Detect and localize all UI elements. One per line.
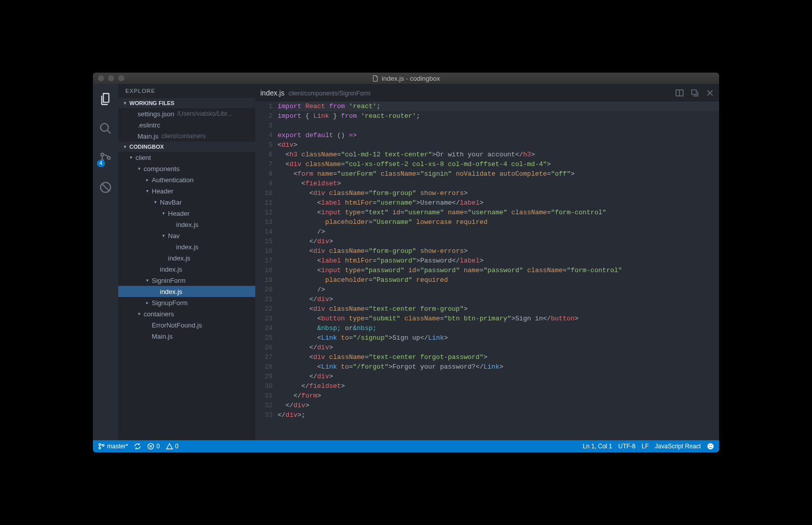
- tree-item[interactable]: ▾Header: [118, 185, 255, 196]
- tree-item[interactable]: ▾Header: [118, 208, 255, 219]
- titlebar: index.js - codingbox: [93, 73, 719, 84]
- line-number: 8: [255, 169, 273, 179]
- file-tree: ▾client▾components▸Authentication▾Header…: [118, 152, 255, 342]
- encoding-status[interactable]: UTF-8: [618, 443, 635, 450]
- tree-item[interactable]: ▾containers: [118, 308, 255, 319]
- tree-item[interactable]: ▾components: [118, 163, 255, 174]
- twisty-icon: ▸: [145, 177, 150, 182]
- code-line[interactable]: </div>: [278, 237, 719, 246]
- split-editor-icon[interactable]: [675, 89, 684, 97]
- code-line[interactable]: </form>: [278, 391, 719, 401]
- tree-item[interactable]: ▾SigninForm: [118, 275, 255, 286]
- twisty-icon: ▾: [145, 188, 150, 193]
- source-control-tab[interactable]: 4: [93, 148, 118, 168]
- tree-item[interactable]: Main.js: [118, 331, 255, 342]
- tree-item[interactable]: index.js: [118, 286, 255, 297]
- sidebar-title: EXPLORE: [118, 84, 255, 98]
- twisty-icon: ▾: [145, 278, 150, 283]
- code-line[interactable]: </div>: [278, 294, 719, 304]
- code-line[interactable]: <Link to="/forgot">Forgot your password?…: [278, 362, 719, 372]
- code-line[interactable]: />: [278, 285, 719, 294]
- errors-status[interactable]: 0: [147, 443, 160, 450]
- code-line[interactable]: placeholder="Username" lowercase require…: [278, 217, 719, 227]
- line-number: 21: [255, 294, 273, 304]
- cursor-position[interactable]: Ln 1, Col 1: [583, 443, 612, 450]
- svg-point-13: [711, 445, 712, 446]
- code-line[interactable]: import { Link } from 'react-router';: [278, 111, 719, 121]
- search-tab[interactable]: [93, 118, 118, 139]
- code-line[interactable]: </div>: [278, 343, 719, 352]
- file-name: .eslintrc: [138, 121, 160, 129]
- code-line[interactable]: <button type="submit" className="btn btn…: [278, 314, 719, 323]
- project-header[interactable]: ▾ CODINGBOX: [118, 142, 255, 152]
- line-number: 17: [255, 256, 273, 266]
- git-branch-status[interactable]: master*: [98, 443, 128, 450]
- tree-item[interactable]: ▾NavBar: [118, 196, 255, 208]
- code-line[interactable]: <div>: [278, 140, 719, 150]
- tree-item[interactable]: ▾Nav: [118, 230, 255, 241]
- code-line[interactable]: <label htmlFor="password">Password</labe…: [278, 256, 719, 266]
- tree-item[interactable]: index.js: [118, 241, 255, 252]
- code-content[interactable]: import React from 'react';import { Link …: [278, 102, 719, 440]
- twisty-icon: ▾: [161, 233, 166, 238]
- close-window-button[interactable]: [98, 75, 104, 81]
- working-files-header[interactable]: ▾ WORKING FILES: [118, 98, 255, 108]
- line-gutter: 1234567891011121314151617181920212223242…: [255, 102, 278, 440]
- code-line[interactable]: <input type="password" id="password" nam…: [278, 266, 719, 275]
- tree-item[interactable]: index.js: [118, 252, 255, 264]
- more-icon[interactable]: [691, 89, 699, 97]
- close-icon[interactable]: [706, 89, 714, 97]
- tree-item-label: Header: [152, 187, 174, 195]
- tree-item[interactable]: ▸SignupForm: [118, 297, 255, 308]
- working-file-item[interactable]: settings.json/Users/viatsko/Libr...: [118, 108, 255, 119]
- chevron-down-icon: ▾: [122, 101, 127, 106]
- language-mode[interactable]: JavaScript React: [655, 443, 701, 450]
- code-line[interactable]: <div className="text-center form-group">: [278, 304, 719, 314]
- code-line[interactable]: <div className="text-center forgot-passw…: [278, 352, 719, 362]
- code-line[interactable]: <div className="form-group" show-errors>: [278, 246, 719, 256]
- code-line[interactable]: import React from 'react';: [278, 102, 719, 111]
- working-file-item[interactable]: Main.jsclient/containers: [118, 130, 255, 142]
- minimize-window-button[interactable]: [108, 75, 114, 81]
- code-line[interactable]: </div>: [278, 372, 719, 381]
- code-line[interactable]: </div>;: [278, 410, 719, 420]
- code-line[interactable]: <div className="col-xs-offset-2 col-xs-8…: [278, 159, 719, 169]
- tree-item[interactable]: ▾client: [118, 152, 255, 163]
- explorer-tab[interactable]: [93, 89, 118, 109]
- code-line[interactable]: [278, 121, 719, 130]
- code-line[interactable]: placeholder="Password" required: [278, 275, 719, 285]
- warnings-status[interactable]: 0: [166, 443, 179, 450]
- code-line[interactable]: <form name="userForm" className="signin"…: [278, 169, 719, 179]
- line-number: 14: [255, 227, 273, 237]
- code-line[interactable]: &nbsp; or&nbsp;: [278, 323, 719, 333]
- feedback-button[interactable]: [707, 443, 714, 450]
- tree-item[interactable]: index.js: [118, 219, 255, 230]
- code-line[interactable]: />: [278, 227, 719, 237]
- code-editor[interactable]: 1234567891011121314151617181920212223242…: [255, 102, 719, 440]
- code-line[interactable]: <Link to="/signup">Sign up</Link>: [278, 333, 719, 343]
- file-name: Main.js: [138, 133, 158, 140]
- tree-item-label: index.js: [176, 221, 198, 228]
- tree-item-label: SigninForm: [152, 277, 185, 284]
- tab-bar: index.js client/components/SigninForm: [255, 84, 719, 102]
- code-line[interactable]: <label htmlFor="username">Username</labe…: [278, 198, 719, 208]
- code-line[interactable]: </div>: [278, 401, 719, 410]
- error-icon: [147, 443, 154, 450]
- tree-item[interactable]: index.js: [118, 264, 255, 275]
- tree-item[interactable]: ▸Authentication: [118, 174, 255, 185]
- code-line[interactable]: <div className="form-group" show-errors>: [278, 188, 719, 198]
- code-line[interactable]: <input type="text" id="username" name="u…: [278, 208, 719, 217]
- debug-tab[interactable]: [93, 177, 118, 198]
- sidebar: EXPLORE ▾ WORKING FILES settings.json/Us…: [118, 84, 255, 440]
- code-line[interactable]: </fieldset>: [278, 381, 719, 391]
- code-line[interactable]: <fieldset>: [278, 179, 719, 188]
- eol-status[interactable]: LF: [641, 443, 649, 450]
- tree-item-label: components: [144, 165, 180, 173]
- code-line[interactable]: export default () =>: [278, 130, 719, 140]
- code-line[interactable]: <h3 className="col-md-12 text-center">Or…: [278, 150, 719, 159]
- working-file-item[interactable]: .eslintrc: [118, 119, 255, 130]
- zoom-window-button[interactable]: [118, 75, 124, 81]
- sync-status[interactable]: [134, 443, 141, 450]
- editor-tab[interactable]: index.js client/components/SigninForm: [260, 89, 370, 97]
- tree-item[interactable]: ErrorNotFound.js: [118, 319, 255, 331]
